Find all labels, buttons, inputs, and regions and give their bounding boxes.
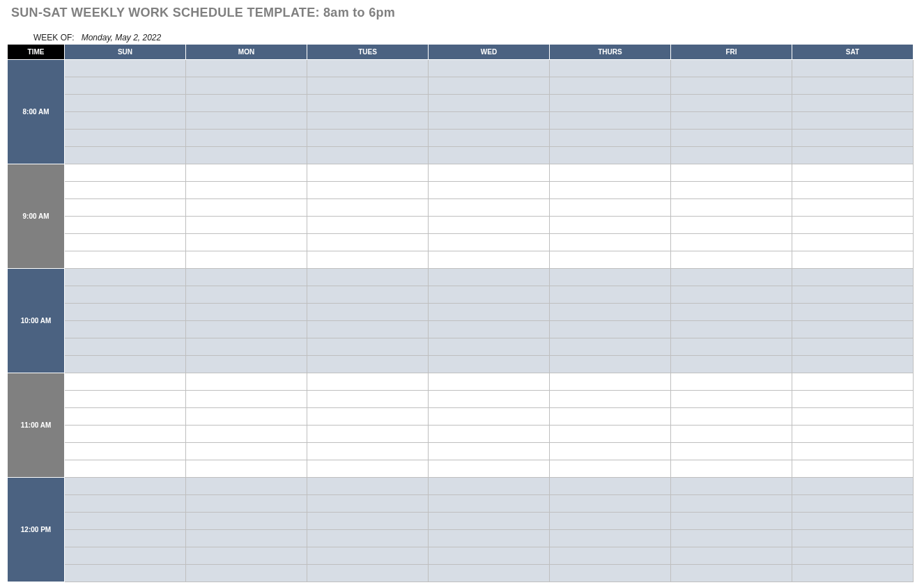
schedule-cell[interactable] xyxy=(429,478,550,495)
schedule-cell[interactable] xyxy=(307,565,429,582)
schedule-cell[interactable] xyxy=(65,356,186,373)
schedule-cell[interactable] xyxy=(671,356,792,373)
schedule-cell[interactable] xyxy=(65,547,186,565)
schedule-cell[interactable] xyxy=(671,164,792,182)
schedule-cell[interactable] xyxy=(792,112,914,130)
schedule-cell[interactable] xyxy=(65,443,186,460)
schedule-cell[interactable] xyxy=(186,217,307,234)
schedule-cell[interactable] xyxy=(671,304,792,321)
schedule-cell[interactable] xyxy=(307,234,429,251)
schedule-cell[interactable] xyxy=(429,199,550,217)
schedule-cell[interactable] xyxy=(429,112,550,130)
schedule-cell[interactable] xyxy=(186,391,307,408)
schedule-cell[interactable] xyxy=(792,460,914,478)
schedule-cell[interactable] xyxy=(550,95,671,112)
schedule-cell[interactable] xyxy=(792,565,914,582)
schedule-cell[interactable] xyxy=(550,408,671,426)
schedule-cell[interactable] xyxy=(186,547,307,565)
schedule-cell[interactable] xyxy=(307,199,429,217)
schedule-cell[interactable] xyxy=(792,199,914,217)
schedule-cell[interactable] xyxy=(671,182,792,199)
schedule-cell[interactable] xyxy=(792,373,914,391)
schedule-cell[interactable] xyxy=(65,95,186,112)
schedule-cell[interactable] xyxy=(307,478,429,495)
schedule-cell[interactable] xyxy=(307,304,429,321)
schedule-cell[interactable] xyxy=(671,286,792,304)
schedule-cell[interactable] xyxy=(307,547,429,565)
schedule-cell[interactable] xyxy=(429,304,550,321)
schedule-cell[interactable] xyxy=(186,234,307,251)
schedule-cell[interactable] xyxy=(671,373,792,391)
schedule-cell[interactable] xyxy=(65,304,186,321)
schedule-cell[interactable] xyxy=(186,95,307,112)
schedule-cell[interactable] xyxy=(307,60,429,77)
schedule-cell[interactable] xyxy=(307,147,429,164)
schedule-cell[interactable] xyxy=(671,547,792,565)
schedule-cell[interactable] xyxy=(429,147,550,164)
schedule-cell[interactable] xyxy=(550,530,671,547)
schedule-cell[interactable] xyxy=(65,60,186,77)
schedule-cell[interactable] xyxy=(429,565,550,582)
schedule-cell[interactable] xyxy=(550,478,671,495)
schedule-cell[interactable] xyxy=(65,164,186,182)
schedule-cell[interactable] xyxy=(792,147,914,164)
schedule-cell[interactable] xyxy=(186,321,307,338)
schedule-cell[interactable] xyxy=(65,321,186,338)
schedule-cell[interactable] xyxy=(186,478,307,495)
schedule-cell[interactable] xyxy=(307,95,429,112)
schedule-cell[interactable] xyxy=(65,565,186,582)
schedule-cell[interactable] xyxy=(429,77,550,95)
schedule-cell[interactable] xyxy=(792,495,914,513)
schedule-cell[interactable] xyxy=(307,495,429,513)
schedule-cell[interactable] xyxy=(429,408,550,426)
schedule-cell[interactable] xyxy=(307,286,429,304)
schedule-cell[interactable] xyxy=(671,217,792,234)
schedule-cell[interactable] xyxy=(307,251,429,269)
schedule-cell[interactable] xyxy=(65,530,186,547)
schedule-cell[interactable] xyxy=(792,443,914,460)
schedule-cell[interactable] xyxy=(429,356,550,373)
schedule-cell[interactable] xyxy=(671,269,792,286)
schedule-cell[interactable] xyxy=(307,112,429,130)
schedule-cell[interactable] xyxy=(307,164,429,182)
schedule-cell[interactable] xyxy=(307,460,429,478)
schedule-cell[interactable] xyxy=(671,60,792,77)
schedule-cell[interactable] xyxy=(671,408,792,426)
schedule-cell[interactable] xyxy=(65,269,186,286)
schedule-cell[interactable] xyxy=(792,391,914,408)
schedule-cell[interactable] xyxy=(186,513,307,530)
schedule-cell[interactable] xyxy=(186,530,307,547)
schedule-cell[interactable] xyxy=(186,147,307,164)
schedule-cell[interactable] xyxy=(550,547,671,565)
schedule-cell[interactable] xyxy=(671,321,792,338)
schedule-cell[interactable] xyxy=(671,513,792,530)
schedule-cell[interactable] xyxy=(307,513,429,530)
schedule-cell[interactable] xyxy=(429,251,550,269)
schedule-cell[interactable] xyxy=(671,478,792,495)
schedule-cell[interactable] xyxy=(65,513,186,530)
schedule-cell[interactable] xyxy=(671,565,792,582)
schedule-cell[interactable] xyxy=(671,112,792,130)
schedule-cell[interactable] xyxy=(307,130,429,147)
schedule-cell[interactable] xyxy=(550,60,671,77)
schedule-cell[interactable] xyxy=(307,182,429,199)
schedule-cell[interactable] xyxy=(792,478,914,495)
schedule-cell[interactable] xyxy=(65,251,186,269)
schedule-cell[interactable] xyxy=(792,95,914,112)
schedule-cell[interactable] xyxy=(307,426,429,443)
schedule-cell[interactable] xyxy=(307,408,429,426)
schedule-cell[interactable] xyxy=(792,217,914,234)
schedule-cell[interactable] xyxy=(792,338,914,356)
schedule-cell[interactable] xyxy=(671,199,792,217)
schedule-cell[interactable] xyxy=(65,408,186,426)
schedule-cell[interactable] xyxy=(307,356,429,373)
schedule-cell[interactable] xyxy=(186,251,307,269)
schedule-cell[interactable] xyxy=(550,443,671,460)
schedule-cell[interactable] xyxy=(186,443,307,460)
schedule-cell[interactable] xyxy=(307,373,429,391)
schedule-cell[interactable] xyxy=(186,495,307,513)
schedule-cell[interactable] xyxy=(792,304,914,321)
schedule-cell[interactable] xyxy=(186,373,307,391)
schedule-cell[interactable] xyxy=(792,269,914,286)
schedule-cell[interactable] xyxy=(186,426,307,443)
